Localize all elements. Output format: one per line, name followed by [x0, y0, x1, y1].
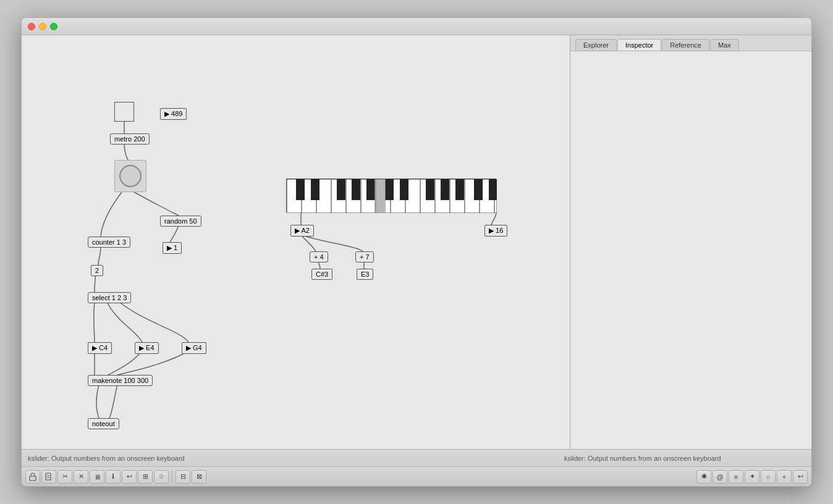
maximize-button[interactable] [50, 23, 57, 30]
svg-rect-18 [352, 179, 360, 200]
minimize-button[interactable] [39, 23, 46, 30]
toolbar-present-button[interactable]: 🖥 [90, 470, 104, 484]
tab-reference[interactable]: Reference [662, 39, 709, 51]
svg-rect-22 [426, 179, 434, 200]
tab-explorer[interactable]: Explorer [575, 39, 617, 51]
svg-rect-16 [311, 179, 319, 200]
piano-svg [287, 179, 497, 213]
svg-rect-23 [441, 179, 449, 200]
panel-body [570, 51, 811, 449]
toolbar-list-button[interactable]: ≡ [729, 470, 743, 484]
toolbar-snowflake-button[interactable]: ✦ [745, 470, 759, 484]
svg-rect-17 [337, 179, 345, 200]
lock-icon [28, 472, 37, 481]
svg-rect-19 [366, 179, 375, 200]
svg-rect-21 [400, 179, 408, 200]
right-panel: Explorer Inspector Reference Max [570, 35, 811, 449]
svg-rect-25 [474, 179, 483, 200]
toolbar-delete-button[interactable]: ✕ [74, 470, 88, 484]
note-g4[interactable]: ▶ G4 [182, 342, 206, 354]
toolbar-undo-button[interactable]: ↩ [122, 470, 137, 484]
makenote-object[interactable]: makenote 100 300 [88, 375, 153, 386]
toolbar-star-button[interactable]: ☆ [154, 470, 169, 484]
new-icon [44, 472, 53, 481]
svg-rect-26 [489, 179, 497, 200]
toolbar: ✂ ✕ 🖥 ℹ ↩ ⊞ ☆ ⊟ ⊠ ✱ @ ≡ ✦ ○ + ↩ [22, 466, 811, 486]
main-window: ▶ 489 metro 200 random 50 ▶ 1 counter 1 … [21, 17, 812, 487]
svg-rect-24 [455, 179, 464, 200]
svg-rect-27 [374, 179, 386, 213]
svg-rect-28 [30, 476, 36, 481]
number-box-489[interactable]: ▶ 489 [160, 108, 187, 120]
toolbar-divider [172, 471, 172, 482]
statusbar: kslider: Output numbers from an onscreen… [22, 449, 811, 466]
dial-object[interactable] [114, 160, 146, 192]
toolbar-info-button[interactable]: ℹ [106, 470, 121, 484]
svg-rect-20 [385, 179, 394, 200]
dial-circle [119, 165, 142, 187]
close-button[interactable] [28, 23, 35, 30]
number-box-2[interactable]: 2 [91, 265, 103, 276]
toolbar-back-button[interactable]: ↩ [793, 470, 808, 484]
random-object[interactable]: random 50 [160, 216, 201, 227]
toolbar-grid-button[interactable]: ⊞ [138, 470, 153, 484]
toolbar-lock-button[interactable] [25, 470, 40, 484]
kslider-object[interactable] [286, 178, 496, 212]
tab-inspector[interactable]: Inspector [617, 39, 661, 51]
select-object[interactable]: select 1 2 3 [88, 292, 131, 303]
canvas-area[interactable]: ▶ 489 metro 200 random 50 ▶ 1 counter 1 … [22, 35, 570, 449]
bottom-bars: kslider: Output numbers from an onscreen… [22, 449, 811, 486]
number-box-16[interactable]: ▶ 16 [484, 225, 507, 237]
toolbar-view2-button[interactable]: ⊠ [192, 470, 206, 484]
noteout-object[interactable]: noteout [88, 418, 119, 429]
note-c4[interactable]: ▶ C4 [88, 342, 112, 354]
toolbar-new-button[interactable] [41, 470, 56, 484]
note-a2[interactable]: ▶ A2 [290, 225, 314, 237]
svg-rect-29 [46, 473, 51, 480]
toggle-object[interactable] [114, 102, 134, 122]
svg-rect-15 [296, 179, 305, 200]
toolbar-cut-button[interactable]: ✂ [57, 470, 72, 484]
window-content: ▶ 489 metro 200 random 50 ▶ 1 counter 1 … [22, 35, 811, 449]
toolbar-plus-button[interactable]: + [777, 470, 792, 484]
note-e3[interactable]: E3 [357, 269, 373, 280]
metro-object[interactable]: metro 200 [110, 133, 150, 145]
plus4-object[interactable]: + 4 [310, 251, 328, 262]
toolbar-view1-button[interactable]: ⊟ [175, 470, 190, 484]
number-box-1[interactable]: ▶ 1 [163, 242, 182, 254]
note-cs3[interactable]: C#3 [311, 269, 332, 280]
toolbar-circle-button[interactable]: ○ [761, 470, 776, 484]
panel-tabs: Explorer Inspector Reference Max [570, 35, 811, 51]
toolbar-at-button[interactable]: @ [712, 470, 727, 484]
tab-max[interactable]: Max [710, 39, 739, 51]
titlebar [22, 18, 811, 35]
statusbar-right-text: kslider: Output numbers from an onscreen… [564, 455, 805, 462]
counter-object[interactable]: counter 1 3 [88, 237, 130, 248]
statusbar-left-text: kslider: Output numbers from an onscreen… [28, 455, 564, 462]
note-e4[interactable]: ▶ E4 [135, 342, 159, 354]
traffic-lights [28, 23, 57, 30]
toolbar-right-star-button[interactable]: ✱ [696, 470, 711, 484]
plus7-object[interactable]: + 7 [355, 251, 374, 262]
